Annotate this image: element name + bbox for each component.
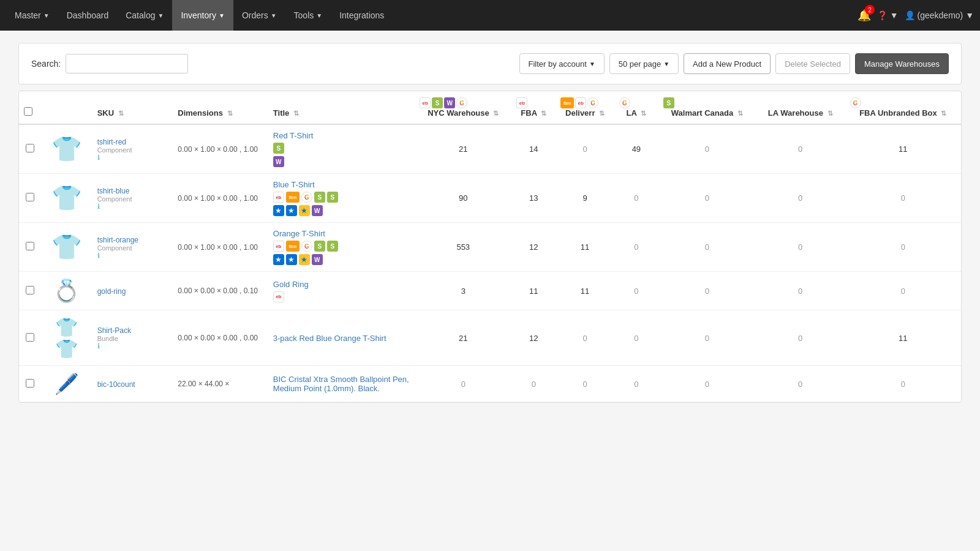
channel-icons-row2: W <box>273 156 410 167</box>
row-deliverr-cell: 11 <box>556 223 614 272</box>
row-image-cell: 💍 <box>41 272 92 310</box>
header-nyc[interactable]: eb S W G NYC Warehouse ⇅ <box>415 91 511 124</box>
row-nyc-cell: 21 <box>415 310 511 366</box>
ebay-icon: eb <box>273 291 284 302</box>
row-checkbox[interactable] <box>26 333 34 342</box>
row-checkbox[interactable] <box>26 379 34 388</box>
title-link[interactable]: Gold Ring <box>273 280 309 289</box>
sku-link[interactable]: tshirt-orange <box>97 236 138 244</box>
per-page-button[interactable]: 50 per page ▼ <box>609 53 679 74</box>
row-checkbox-cell <box>19 272 41 310</box>
sku-link[interactable]: Shirt-Pack <box>97 326 131 335</box>
row-fba-cell: 14 <box>511 124 556 174</box>
navbar: Master ▼ Dashboard Catalog ▼ Inventory ▼… <box>0 0 980 31</box>
sku-link[interactable]: bic-10count <box>97 380 135 389</box>
header-la[interactable]: G LA ⇅ <box>614 91 658 124</box>
nav-dashboard[interactable]: Dashboard <box>58 0 118 31</box>
row-checkbox[interactable] <box>26 193 34 201</box>
help-button[interactable]: ❓ ▼ <box>877 10 899 20</box>
nav-tools[interactable]: Tools ▼ <box>285 0 331 31</box>
row-checkbox[interactable] <box>26 242 34 250</box>
table-row: 💍 gold-ring 0.00 × 0.00 × 0.00 , 0.10 Go… <box>19 272 961 310</box>
row-walmart-canada-cell: 0 <box>658 124 756 174</box>
sku-link[interactable]: tshirt-blue <box>97 187 130 195</box>
row-checkbox[interactable] <box>26 286 34 294</box>
header-title[interactable]: Title ⇅ <box>268 91 415 124</box>
nav-orders[interactable]: Orders ▼ <box>233 0 285 31</box>
search-input[interactable] <box>66 54 188 73</box>
inventory-table-wrapper: SKU ⇅ Dimensions ⇅ Title ⇅ eb S <box>18 91 962 403</box>
row-nyc-cell: 90 <box>415 174 511 223</box>
manage-warehouses-button[interactable]: Manage Warehouses <box>855 53 949 74</box>
fbm-icon: fbm <box>286 241 300 252</box>
row-deliverr-cell: 9 <box>556 174 614 223</box>
woo-icon: W <box>273 156 284 167</box>
user-menu[interactable]: 👤 (geekdemo) ▼ <box>905 10 974 20</box>
row-fba-cell: 12 <box>511 223 556 272</box>
deliv-ebay-icon: eb <box>575 97 586 108</box>
table-header-row: SKU ⇅ Dimensions ⇅ Title ⇅ eb S <box>19 91 961 124</box>
shopify-icon: S <box>314 192 325 203</box>
row-la-warehouse-cell: 0 <box>756 310 845 366</box>
fbaub-google-icon: G <box>850 97 861 108</box>
toolbar-actions: Filter by account ▼ 50 per page ▼ Add a … <box>519 53 949 74</box>
header-la-warehouse[interactable]: LA Warehouse ⇅ <box>756 91 845 124</box>
filter-by-account-button[interactable]: Filter by account ▼ <box>519 53 605 74</box>
sku-link[interactable]: tshirt-red <box>97 138 126 146</box>
sku-info-icon[interactable]: ℹ <box>97 252 168 260</box>
row-fba-unbranded-cell: 0 <box>845 272 961 310</box>
walmart-gold-icon: ★ <box>299 205 310 216</box>
header-fba-unbranded[interactable]: G FBA Unbranded Box ⇅ <box>845 91 961 124</box>
notification-bell[interactable]: 🔔 2 <box>858 9 871 22</box>
header-walmart-canada[interactable]: S Walmart Canada ⇅ <box>658 91 756 124</box>
row-title-cell: Red T-Shirt SW <box>268 124 415 174</box>
header-dimensions[interactable]: Dimensions ⇅ <box>173 91 268 124</box>
table-row: 👕👕 Shirt-Pack Bundleℹ 0.00 × 0.00 × 0.00… <box>19 310 961 366</box>
delete-selected-button[interactable]: Delete Selected <box>775 53 850 74</box>
nav-integrations[interactable]: Integrations <box>331 0 393 31</box>
title-link[interactable]: Red T-Shirt <box>273 131 314 140</box>
add-product-button[interactable]: Add a New Product <box>684 53 771 74</box>
row-title-cell: 3-pack Red Blue Orange T-Shirt <box>268 310 415 366</box>
title-link[interactable]: Blue T-Shirt <box>273 180 315 189</box>
walcan-sort-icon: ⇅ <box>737 110 743 117</box>
shopify2-icon: S <box>327 241 338 252</box>
sku-info-icon[interactable]: ℹ <box>97 342 168 350</box>
product-image: 💍 <box>53 278 80 303</box>
header-select-all[interactable] <box>19 91 41 124</box>
row-deliverr-cell: 11 <box>556 272 614 310</box>
channel-icons-row1: S <box>273 143 410 154</box>
header-sku[interactable]: SKU ⇅ <box>92 91 173 124</box>
sku-sort-icon: ⇅ <box>118 110 124 117</box>
header-fba[interactable]: eb FBA ⇅ <box>511 91 556 124</box>
select-all-checkbox[interactable] <box>24 107 32 116</box>
sku-link[interactable]: gold-ring <box>97 287 126 296</box>
sku-info-icon[interactable]: ℹ <box>97 203 168 211</box>
la-google-icon: G <box>619 97 630 108</box>
product-image: 👕👕 <box>55 317 78 359</box>
fbaub-sort-icon: ⇅ <box>941 110 946 117</box>
row-la-cell: 0 <box>614 223 658 272</box>
row-checkbox[interactable] <box>26 144 34 152</box>
row-checkbox-cell <box>19 310 41 366</box>
row-la-warehouse-cell: 0 <box>756 272 845 310</box>
nav-master[interactable]: Master ▼ <box>6 0 58 31</box>
nav-right: 🔔 2 ❓ ▼ 👤 (geekdemo) ▼ <box>858 9 974 22</box>
title-link[interactable]: Orange T-Shirt <box>273 229 325 238</box>
row-fba-cell: 0 <box>511 366 556 402</box>
nav-inventory[interactable]: Inventory ▼ <box>172 0 233 31</box>
catalog-caret: ▼ <box>157 12 164 19</box>
header-deliverr[interactable]: fbm eb G Deliverr ⇅ <box>556 91 614 124</box>
nav-catalog[interactable]: Catalog ▼ <box>117 0 172 31</box>
title-link[interactable]: BIC Cristal Xtra Smooth Ballpoint Pen, M… <box>273 375 409 393</box>
row-checkbox-cell <box>19 174 41 223</box>
orders-caret: ▼ <box>271 12 277 19</box>
ebay-icon: eb <box>273 192 284 203</box>
row-dimensions-cell: 0.00 × 1.00 × 0.00 , 1.00 <box>173 124 268 174</box>
title-link[interactable]: 3-pack Red Blue Orange T-Shirt <box>273 334 386 343</box>
row-checkbox-cell <box>19 366 41 402</box>
inventory-caret: ▼ <box>219 12 225 19</box>
sku-info-icon[interactable]: ℹ <box>97 154 168 162</box>
search-area: Search: <box>31 54 513 73</box>
nyc-shopify-icon: S <box>432 97 443 108</box>
